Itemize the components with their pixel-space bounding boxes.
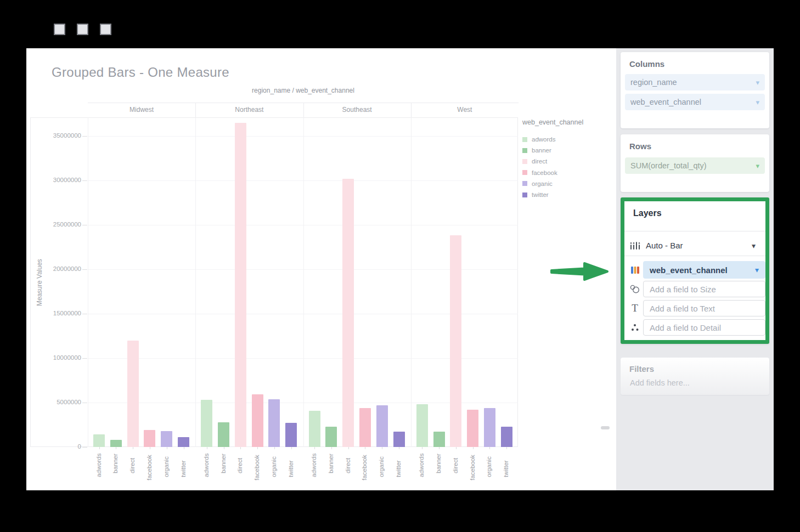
bar-southeast-facebook[interactable] — [359, 408, 371, 447]
bar-midwest-direct[interactable] — [127, 341, 139, 447]
legend-item-twitter[interactable]: twitter — [522, 189, 583, 200]
bar-west-organic[interactable] — [484, 408, 495, 447]
bar-southeast-twitter[interactable] — [393, 432, 405, 447]
legend-item-banner[interactable]: banner — [522, 145, 583, 156]
x-tick-label: facebook — [361, 455, 368, 480]
bar-midwest-organic[interactable] — [161, 431, 172, 447]
x-tick-mark — [116, 447, 116, 449]
x-tick-mark — [240, 447, 241, 449]
x-tick-mark — [150, 447, 150, 449]
y-tick-mark — [82, 180, 87, 181]
color-icon — [629, 264, 640, 275]
group-separator — [195, 117, 196, 447]
legend-swatch-facebook — [522, 170, 527, 175]
window-button-3[interactable] — [100, 24, 111, 35]
column-header-southeast: Southeast — [303, 106, 411, 114]
text-field-row: T — [624, 299, 765, 317]
bar-southeast-direct[interactable] — [342, 179, 354, 447]
column-field-region_name[interactable]: region_name▾ — [625, 74, 765, 90]
bar-southeast-banner[interactable] — [325, 427, 337, 447]
legend-item-organic[interactable]: organic — [522, 178, 583, 189]
x-tick-mark — [224, 447, 224, 449]
settings-sidebar: Columns region_name▾web_event_channel▾ R… — [616, 48, 774, 490]
bar-northeast-direct[interactable] — [235, 123, 246, 447]
detail-field-input[interactable] — [643, 319, 765, 336]
x-tick-mark — [382, 447, 382, 449]
bar-northeast-facebook[interactable] — [252, 394, 263, 447]
bar-northeast-twitter[interactable] — [285, 423, 297, 447]
legend-label: banner — [532, 147, 551, 154]
chevron-down-icon: ▾ — [756, 79, 759, 86]
legend-item-facebook[interactable]: facebook — [522, 167, 583, 178]
y-tick-label: 5000000 — [37, 399, 81, 405]
column-group-header: region_name / web_event_channel — [88, 87, 519, 94]
chart-type-selector[interactable]: Auto - Bar ▾ — [624, 235, 765, 256]
legend-title: web_event_channel — [522, 118, 583, 126]
layers-panel: Layers Auto - Bar ▾ — [621, 197, 769, 344]
bar-midwest-facebook[interactable] — [144, 430, 155, 447]
text-field-input[interactable] — [643, 300, 765, 316]
chevron-down-icon: ▾ — [755, 265, 759, 274]
legend-swatch-direct — [522, 159, 527, 164]
x-tick-label: organic — [486, 456, 492, 477]
filters-drop-target[interactable]: Add fields here... — [630, 378, 690, 387]
window-button-2[interactable] — [77, 24, 88, 35]
y-tick-mark — [82, 358, 87, 359]
bar-southeast-adwords[interactable] — [309, 411, 320, 447]
legend-items: adwordsbannerdirectfacebookorganictwitte… — [522, 134, 583, 200]
bar-northeast-banner[interactable] — [218, 422, 229, 447]
legend-label: twitter — [532, 191, 549, 198]
bar-west-direct[interactable] — [450, 235, 461, 447]
x-tick-label: twitter — [503, 460, 509, 477]
legend-label: adwords — [532, 136, 555, 143]
chart-canvas: Grouped Bars - One Measure region_name /… — [26, 48, 616, 490]
x-tick-label: facebook — [469, 455, 476, 480]
x-tick-mark — [314, 447, 315, 449]
layers-heading: Layers — [633, 208, 662, 218]
x-tick-label: twitter — [180, 460, 187, 477]
rows-heading: Rows — [629, 142, 651, 151]
group-separator — [88, 117, 88, 447]
legend-item-adwords[interactable]: adwords — [522, 134, 583, 145]
legend-item-direct[interactable]: direct — [522, 156, 583, 167]
green-arrow-annotation — [549, 258, 611, 285]
bar-west-twitter[interactable] — [501, 427, 512, 447]
y-tick-mark — [82, 447, 87, 448]
x-tick-label: direct — [452, 458, 459, 473]
x-tick-label: twitter — [395, 460, 402, 477]
bar-midwest-banner[interactable] — [110, 440, 122, 447]
chevron-down-icon: ▾ — [752, 241, 756, 250]
bar-northeast-organic[interactable] — [268, 399, 280, 447]
window-button-1[interactable] — [54, 24, 65, 35]
bar-southeast-organic[interactable] — [376, 405, 388, 447]
bar-west-banner[interactable] — [433, 432, 445, 447]
scrollbar-handle[interactable] — [601, 426, 610, 429]
legend-swatch-organic — [522, 181, 527, 186]
x-tick-mark — [456, 447, 457, 449]
column-field-web_event_channel[interactable]: web_event_channel▾ — [625, 94, 765, 110]
size-icon — [629, 284, 640, 295]
window-titlebar — [0, 0, 800, 48]
divider — [624, 231, 765, 231]
bar-midwest-twitter[interactable] — [178, 437, 189, 447]
row-field-sum_order_total_qty_[interactable]: SUM(order_total_qty)▾ — [625, 157, 765, 174]
y-tick-mark — [82, 136, 87, 137]
legend-label: organic — [532, 180, 553, 187]
bar-west-adwords[interactable] — [416, 404, 428, 447]
chart-type-label: Auto - Bar — [646, 241, 683, 250]
x-tick-label: organic — [163, 456, 170, 477]
x-tick-label: twitter — [288, 460, 294, 477]
x-tick-mark — [133, 447, 133, 449]
columns-heading: Columns — [629, 59, 664, 69]
bar-northeast-adwords[interactable] — [201, 400, 212, 447]
bar-midwest-adwords[interactable] — [93, 434, 105, 447]
x-tick-mark — [167, 447, 167, 449]
size-field-input[interactable] — [643, 281, 765, 297]
bar-west-facebook[interactable] — [467, 410, 478, 447]
column-header-band: MidwestNortheastSoutheastWest — [88, 103, 519, 117]
color-field-pill[interactable]: web_event_channel ▾ — [643, 261, 765, 279]
x-tick-mark — [399, 447, 399, 449]
y-tick-mark — [82, 403, 87, 403]
legend-swatch-adwords — [522, 137, 527, 142]
x-tick-label: adwords — [203, 454, 210, 477]
